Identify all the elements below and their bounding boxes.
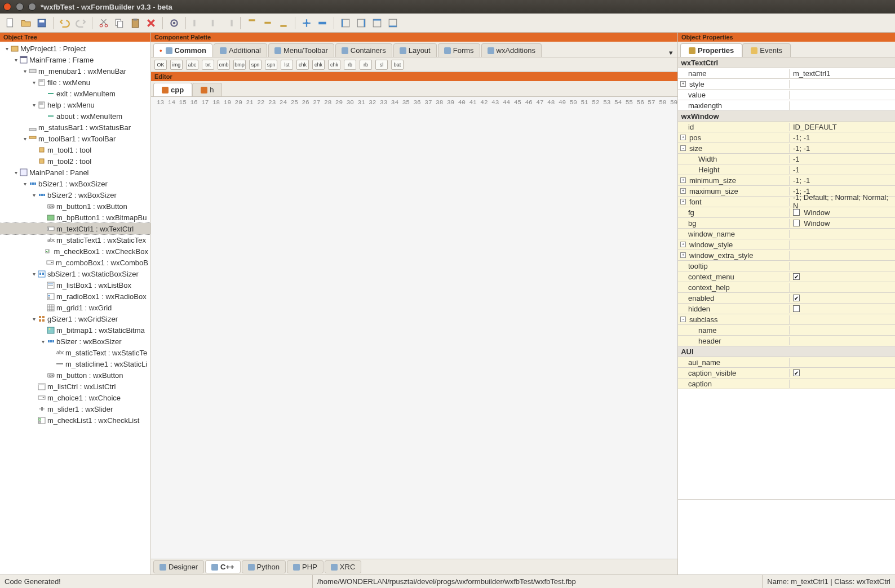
tree-toggle-icon[interactable]: ▾	[39, 338, 46, 345]
border-right-icon[interactable]	[355, 16, 368, 30]
generate-code-icon[interactable]	[167, 16, 181, 30]
tree-toggle-icon[interactable]: ▾	[30, 316, 37, 322]
palette-menu-icon[interactable]: ▾	[666, 48, 675, 57]
save-file-icon[interactable]	[35, 16, 48, 30]
prop-row-window_extra_style[interactable]: +window_extra_style	[678, 250, 895, 261]
palette-item-11[interactable]: chk	[328, 60, 340, 70]
tree-item[interactable]: m_slider1 : wxSlider	[0, 403, 150, 415]
border-left-icon[interactable]	[339, 16, 352, 30]
prop-value[interactable]	[790, 305, 895, 312]
palette-tab-forms[interactable]: Forms	[438, 43, 480, 57]
prop-row-aui_name[interactable]: aui_name	[678, 357, 895, 368]
tree-item[interactable]: OKm_button1 : wxButton	[0, 201, 150, 212]
window-minimize-button[interactable]	[16, 3, 24, 11]
tree-toggle-icon[interactable]: ▾	[30, 79, 37, 86]
expand-icon[interactable]: +	[680, 252, 686, 258]
align-right-icon[interactable]	[222, 16, 236, 30]
open-file-icon[interactable]	[19, 16, 33, 30]
view-tab-php[interactable]: PHP	[287, 560, 324, 573]
prop-value[interactable]: m_textCtrl1	[790, 69, 895, 78]
tree-item[interactable]: m_listCtrl : wxListCtrl	[0, 381, 150, 392]
view-tab-c[interactable]: C++	[205, 560, 241, 573]
prop-value[interactable]: ✔	[790, 369, 895, 376]
palette-item-2[interactable]: abc	[186, 60, 198, 70]
prop-row-Height[interactable]: Height-1	[678, 164, 895, 175]
expand-icon[interactable]: +	[680, 135, 686, 140]
prop-row-name[interactable]: name	[678, 325, 895, 336]
prop-row-pos[interactable]: +pos-1; -1	[678, 132, 895, 143]
tree-item[interactable]: ▾bSizer : wxBoxSizer	[0, 336, 150, 347]
tree-item[interactable]: abcm_staticText1 : wxStaticTex	[0, 234, 150, 246]
view-tab-xrc[interactable]: XRC	[325, 560, 361, 573]
prop-value[interactable]: ✔	[790, 273, 895, 280]
align-bottom-icon[interactable]	[277, 16, 290, 30]
prop-row-header[interactable]: header	[678, 336, 895, 346]
tree-toggle-icon[interactable]: ▾	[30, 102, 37, 108]
palette-item-12[interactable]: rb	[344, 60, 356, 70]
checkbox-icon[interactable]	[793, 305, 800, 312]
prop-category[interactable]: - AUI	[678, 346, 895, 357]
prop-row-caption_visible[interactable]: caption_visible✔	[678, 368, 895, 378]
align-left-icon[interactable]	[190, 16, 204, 30]
stretch-icon[interactable]	[316, 16, 329, 30]
tree-item[interactable]: m_tool2 : tool	[0, 155, 150, 167]
tree-item[interactable]: m_textCtrl1 : wxTextCtrl	[0, 223, 150, 234]
prop-row-Width[interactable]: Width-1	[678, 154, 895, 164]
prop-row-style[interactable]: +style	[678, 79, 895, 90]
tree-item[interactable]: ▾MainFrame : Frame	[0, 54, 150, 65]
tree-item[interactable]: m_listBox1 : wxListBox	[0, 279, 150, 291]
expand-icon[interactable]: +	[680, 177, 686, 183]
tree-item[interactable]: m_choice1 : wxChoice	[0, 392, 150, 403]
prop-value[interactable]: -1; -1	[790, 144, 895, 153]
prop-row-name[interactable]: namem_textCtrl1	[678, 68, 895, 79]
palette-item-3[interactable]: txt	[202, 60, 214, 70]
paste-icon[interactable]	[129, 16, 142, 30]
palette-item-0[interactable]: OK	[154, 60, 167, 70]
expand-icon[interactable]: -	[680, 145, 686, 151]
tree-item[interactable]: ▾MyProject1 : Project	[0, 43, 150, 54]
code-editor[interactable]: 13 14 15 16 17 18 19 20 21 22 23 24 25 2…	[151, 97, 677, 559]
tree-toggle-icon[interactable]: ▾	[30, 192, 37, 198]
tree-item[interactable]: m_checkBox1 : wxCheckBox	[0, 246, 150, 257]
tree-item[interactable]: ▾gSizer1 : wxGridSizer	[0, 313, 150, 324]
tree-item[interactable]: m_bitmap1 : wxStaticBitma	[0, 324, 150, 336]
tree-item[interactable]: m_staticline1 : wxStaticLi	[0, 358, 150, 369]
tree-toggle-icon[interactable]: ▾	[3, 46, 10, 52]
prop-value[interactable]: ✔	[790, 295, 895, 301]
prop-row-enabled[interactable]: enabled✔	[678, 293, 895, 304]
checkbox-icon[interactable]	[793, 209, 800, 216]
tree-item[interactable]: m_radioBox1 : wxRadioBox	[0, 291, 150, 302]
palette-item-9[interactable]: chk	[296, 60, 309, 70]
prop-row-minimum_size[interactable]: +minimum_size-1; -1	[678, 175, 895, 186]
prop-value[interactable]: -1	[790, 155, 895, 163]
palette-item-10[interactable]: chk	[312, 60, 325, 70]
redo-icon[interactable]	[74, 16, 87, 30]
tree-item[interactable]: m_comboBox1 : wxComboB	[0, 257, 150, 268]
expand-icon[interactable]: +	[680, 188, 686, 194]
prop-row-window_name[interactable]: window_name	[678, 229, 895, 239]
prop-value[interactable]: ID_DEFAULT	[790, 123, 895, 131]
tree-item[interactable]: m_statusBar1 : wxStatusBar	[0, 122, 150, 133]
prop-tab-events[interactable]: Events	[742, 43, 791, 57]
expand-icon[interactable]: +	[680, 199, 686, 204]
editor-tab-h[interactable]: h	[192, 83, 222, 96]
prop-row-id[interactable]: idID_DEFAULT	[678, 122, 895, 132]
checkbox-icon[interactable]	[793, 220, 800, 226]
palette-item-1[interactable]: img	[170, 60, 183, 70]
tree-item[interactable]: OKm_button : wxButton	[0, 369, 150, 381]
prop-tab-properties[interactable]: Properties	[680, 43, 742, 57]
window-maximize-button[interactable]	[28, 3, 36, 11]
palette-tab-layout[interactable]: Layout	[393, 43, 437, 57]
tree-item[interactable]: about : wxMenuItem	[0, 110, 150, 122]
palette-tab-menu-toolbar[interactable]: Menu/Toolbar	[268, 43, 334, 57]
tree-item[interactable]: m_tool1 : tool	[0, 144, 150, 155]
prop-row-hidden[interactable]: hidden	[678, 304, 895, 314]
prop-row-context_menu[interactable]: context_menu✔	[678, 271, 895, 282]
property-grid[interactable]: - wxTextCtrlnamem_textCtrl1+stylevaluema…	[678, 57, 895, 499]
tree-item[interactable]: m_grid1 : wxGrid	[0, 302, 150, 313]
align-center-h-icon[interactable]	[206, 16, 220, 30]
prop-row-value[interactable]: value	[678, 90, 895, 100]
prop-value[interactable]: -1; Default; ; Normal; Normal; N	[790, 193, 895, 210]
border-top-icon[interactable]	[370, 16, 384, 30]
palette-tab-additional[interactable]: Additional	[214, 43, 267, 57]
